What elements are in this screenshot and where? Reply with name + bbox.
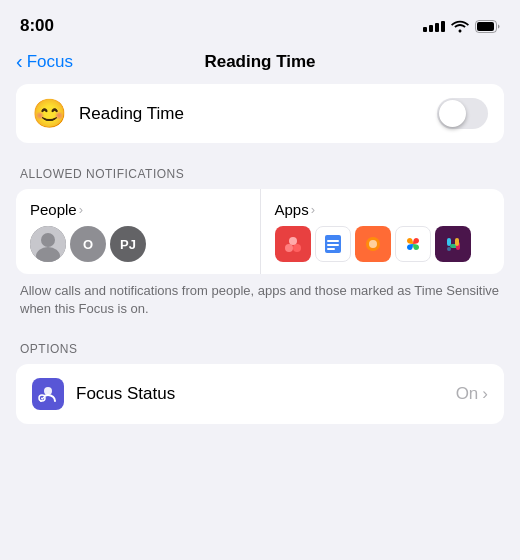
back-chevron-icon: ‹	[16, 50, 23, 73]
back-button[interactable]: ‹ Focus	[16, 51, 73, 73]
apps-chevron-icon: ›	[311, 202, 315, 217]
app-icon-3	[355, 226, 391, 262]
svg-point-7	[289, 237, 297, 245]
reading-time-toggle[interactable]	[437, 98, 488, 129]
reading-time-icon: 😊	[32, 100, 67, 128]
option-left: Focus Status	[32, 378, 175, 410]
page-title: Reading Time	[204, 52, 315, 72]
signal-icon	[423, 21, 445, 32]
people-section[interactable]: People › O PJ	[16, 189, 261, 274]
svg-point-3	[41, 233, 55, 247]
svg-point-19	[44, 387, 52, 395]
avatar-o: O	[70, 226, 106, 262]
focus-status-label: Focus Status	[76, 384, 175, 404]
avatar-photo	[30, 226, 66, 262]
notifications-card: People › O PJ	[16, 189, 504, 274]
svg-rect-1	[477, 22, 494, 31]
main-content: 😊 Reading Time ALLOWED NOTIFICATIONS Peo…	[0, 84, 520, 424]
focus-status-chevron-icon: ›	[482, 384, 488, 404]
reading-time-label: Reading Time	[79, 104, 184, 124]
toggle-thumb	[439, 100, 466, 127]
app-icon-4	[395, 226, 431, 262]
app-icon-5	[435, 226, 471, 262]
avatar-pj: PJ	[110, 226, 146, 262]
status-icons	[423, 19, 500, 33]
reading-time-card: 😊 Reading Time	[16, 84, 504, 143]
options-label: OPTIONS	[16, 342, 504, 356]
svg-point-5	[285, 244, 293, 252]
notifications-description: Allow calls and notifications from peopl…	[16, 282, 504, 318]
back-label: Focus	[27, 52, 73, 72]
svg-point-6	[293, 244, 301, 252]
focus-status-icon	[32, 378, 64, 410]
option-right: On ›	[456, 384, 488, 404]
options-card: Focus Status On ›	[16, 364, 504, 424]
svg-rect-15	[447, 247, 451, 251]
people-title: People ›	[30, 201, 246, 218]
apps-section[interactable]: Apps ›	[261, 189, 505, 274]
apps-icons	[275, 226, 491, 262]
focus-status-row[interactable]: Focus Status On ›	[16, 364, 504, 424]
wifi-icon	[451, 19, 469, 33]
reading-time-left: 😊 Reading Time	[32, 100, 184, 128]
apps-title: Apps ›	[275, 201, 491, 218]
svg-rect-9	[327, 240, 339, 242]
svg-point-13	[369, 240, 377, 248]
app-icon-2	[315, 226, 351, 262]
people-avatars: O PJ	[30, 226, 246, 262]
svg-rect-10	[327, 244, 339, 246]
status-time: 8:00	[20, 16, 54, 36]
app-icon-1	[275, 226, 311, 262]
nav-header: ‹ Focus Reading Time	[0, 44, 520, 84]
svg-rect-11	[327, 248, 335, 250]
status-bar: 8:00	[0, 0, 520, 44]
people-chevron-icon: ›	[79, 202, 83, 217]
focus-status-value: On	[456, 384, 479, 404]
allowed-notifications-label: ALLOWED NOTIFICATIONS	[16, 167, 504, 181]
svg-rect-18	[455, 238, 459, 246]
battery-icon	[475, 20, 500, 33]
